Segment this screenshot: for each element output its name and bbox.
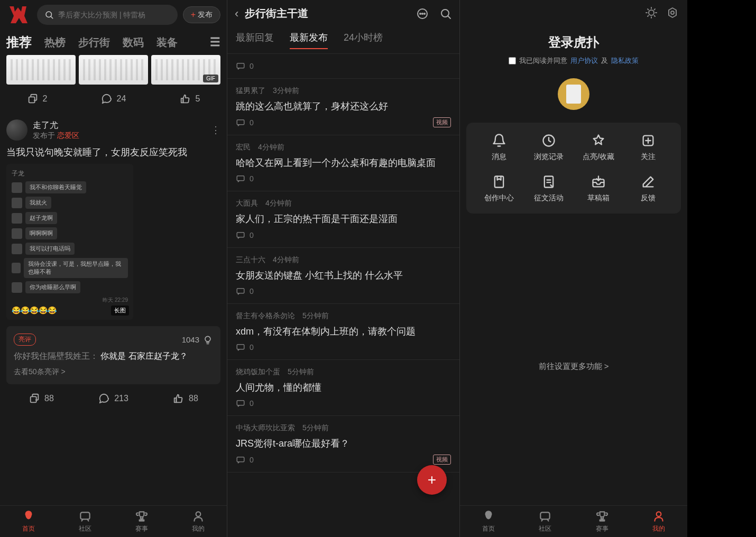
app-logo[interactable]	[6, 4, 32, 25]
compose-fab[interactable]: +	[417, 465, 447, 495]
agreement-row: 我已阅读并同意用户协议及隐私政策	[460, 56, 687, 66]
thumbnail[interactable]	[6, 55, 76, 85]
grid-item-bell[interactable]: 消息	[477, 133, 521, 162]
comment-icon	[236, 61, 245, 71]
stats-row: 2 24 5	[0, 85, 227, 113]
search-box[interactable]	[37, 5, 178, 25]
comment-count: 213	[114, 394, 128, 403]
grid-item-plus-square[interactable]: 关注	[626, 133, 670, 162]
tab-recommend[interactable]: 推荐	[6, 34, 32, 51]
author-name[interactable]: 走了尤	[33, 120, 79, 131]
grid-item-bookmark[interactable]: 创作中心	[477, 174, 521, 203]
featured-comment[interactable]: 亮评 1043 你好我住隔壁我姓王： 你就是 石家庄赵子龙？ 去看50条亮评 >	[6, 326, 220, 384]
forum-post[interactable]: 大面具4分钟前家人们，正宗的热干面是干面还是湿面0	[227, 191, 459, 247]
comment-stat[interactable]: 213	[98, 393, 128, 404]
svg-line-1	[51, 16, 53, 18]
post-time: 5分钟前	[302, 423, 329, 433]
tab-latest-reply[interactable]: 最新回复	[236, 31, 274, 49]
tab-digital[interactable]: 数码	[123, 35, 144, 50]
post-title[interactable]: 当我只说句晚安就睡了，女朋友反应笑死我	[6, 141, 220, 164]
post-image[interactable]: 子龙 我不和你聊着天睡觉我就火赵子龙啊啊啊啊啊我可以打电话吗我待会没课，可是，我…	[6, 164, 133, 320]
grid-item-edit[interactable]: 反馈	[626, 174, 670, 203]
forum-post[interactable]: 0	[227, 54, 459, 79]
tab-hot[interactable]: 热榜	[44, 35, 66, 50]
search-icon[interactable]	[439, 7, 452, 20]
nav-home[interactable]: 首页	[482, 510, 495, 533]
forum-post[interactable]: 督主有令格杀勿论5分钟前xdm，有没有在体制内上班的，请教个问题0	[227, 304, 459, 360]
tab-latest-post[interactable]: 最新发布	[290, 31, 328, 49]
forum-post[interactable]: 烧鸡饭加个蛋5分钟前人间尤物，懂的都懂0	[227, 360, 459, 416]
post-author: 三点十六	[236, 255, 265, 265]
like-stat[interactable]: 5	[180, 93, 200, 105]
plus-icon: +	[191, 10, 196, 20]
svg-rect-8	[80, 512, 89, 519]
post-author: 督主有令格杀勿论	[236, 311, 295, 321]
svg-point-11	[420, 13, 421, 14]
svg-marker-25	[669, 8, 676, 17]
lit-count[interactable]: 1043	[182, 335, 213, 345]
search-input[interactable]	[58, 11, 170, 19]
panel-profile: 登录虎扑 我已阅读并同意用户协议及隐私政策 消息浏览记录点亮/收藏关注创作中心征…	[460, 0, 687, 537]
post-list[interactable]: 0猛男累了3分钟前跳的这么高也就算了，身材还这么好0视频宏民4分钟前哈哈又在网上…	[227, 54, 459, 533]
menu-icon[interactable]: ☰	[210, 35, 220, 49]
login-avatar-button[interactable]	[558, 78, 589, 110]
more-settings-link[interactable]: 前往设置更多功能 >	[460, 362, 687, 372]
grid-item-doc[interactable]: 征文活动	[527, 174, 571, 203]
agreement-checkbox[interactable]	[509, 57, 516, 64]
avatar[interactable]	[6, 119, 27, 141]
like-count: 88	[189, 394, 198, 403]
nav-home[interactable]: 首页	[22, 510, 35, 533]
thumbnail[interactable]: GIF	[151, 55, 220, 85]
post-stats: 88 213 88	[6, 384, 220, 413]
nav-trophy[interactable]: 赛事	[595, 510, 609, 533]
share-icon	[29, 393, 40, 404]
forum-post[interactable]: 中场大师坎比亚索5分钟前JRS觉得t-ara哪位最好看？0视频	[227, 416, 459, 473]
community-icon	[78, 510, 92, 523]
nav-community[interactable]: 社区	[538, 510, 552, 533]
chat-icon[interactable]	[416, 7, 429, 20]
user-agreement-link[interactable]: 用户协议	[570, 56, 598, 66]
search-icon	[44, 10, 54, 20]
thumbnail[interactable]	[79, 55, 148, 85]
svg-rect-5	[31, 396, 36, 402]
forum-post[interactable]: 三点十六4分钟前女朋友送的键盘 小红书上找的 什么水平0	[227, 248, 459, 304]
share-stat[interactable]: 2	[27, 93, 48, 105]
more-comments-link[interactable]: 去看50条亮评 >	[14, 367, 213, 377]
chat-message: 我就火	[12, 197, 128, 209]
publish-button[interactable]: + 发布	[183, 6, 220, 23]
post-author: 中场大师坎比亚索	[236, 423, 295, 433]
privacy-policy-link[interactable]: 隐私政策	[611, 56, 639, 66]
comment-stat[interactable]: 24	[101, 93, 126, 105]
forum-post[interactable]: 宏民4分钟前哈哈又在网上看到一个办公桌和有趣的电脑桌面0	[227, 135, 459, 191]
tab-gear[interactable]: 装备	[156, 35, 178, 50]
grid-item-star[interactable]: 点亮/收藏	[576, 133, 621, 162]
share-icon	[27, 93, 39, 105]
back-icon[interactable]: ‹	[235, 7, 238, 21]
post-area[interactable]: 恋爱区	[57, 131, 79, 140]
plus-square-icon	[641, 133, 656, 148]
more-icon[interactable]: ⋮	[211, 124, 220, 136]
nav-profile[interactable]: 我的	[191, 510, 205, 533]
like-stat[interactable]: 88	[173, 393, 198, 404]
comment-count: 0	[250, 174, 254, 183]
svg-rect-19	[237, 232, 244, 237]
feed-post: 走了尤 发布于 恋爱区 ⋮ 当我只说句晚安就睡了，女朋友反应笑死我 子龙 我不和…	[0, 113, 227, 419]
svg-rect-29	[495, 177, 503, 188]
nav-profile[interactable]: 我的	[652, 510, 666, 533]
forum-post[interactable]: 猛男累了3分钟前跳的这么高也就算了，身材还这么好0视频	[227, 79, 459, 135]
nav-trophy[interactable]: 赛事	[135, 510, 149, 533]
post-title: 人间尤物，懂的都懂	[236, 381, 451, 394]
tab-24h[interactable]: 24小时榜	[344, 31, 383, 49]
svg-point-12	[422, 13, 423, 14]
like-icon	[173, 393, 185, 404]
post-title: JRS觉得t-ara哪位最好看？	[236, 437, 451, 450]
settings-icon[interactable]	[666, 6, 679, 19]
theme-icon[interactable]	[645, 6, 658, 19]
nav-community[interactable]: 社区	[78, 510, 92, 533]
share-stat[interactable]: 88	[29, 393, 54, 404]
tab-street[interactable]: 步行街	[78, 35, 110, 50]
grid-item-clock[interactable]: 浏览记录	[527, 133, 571, 162]
grid-item-inbox[interactable]: 草稿箱	[576, 174, 621, 203]
grid-label: 创作中心	[484, 193, 514, 203]
bell-icon	[492, 133, 506, 148]
